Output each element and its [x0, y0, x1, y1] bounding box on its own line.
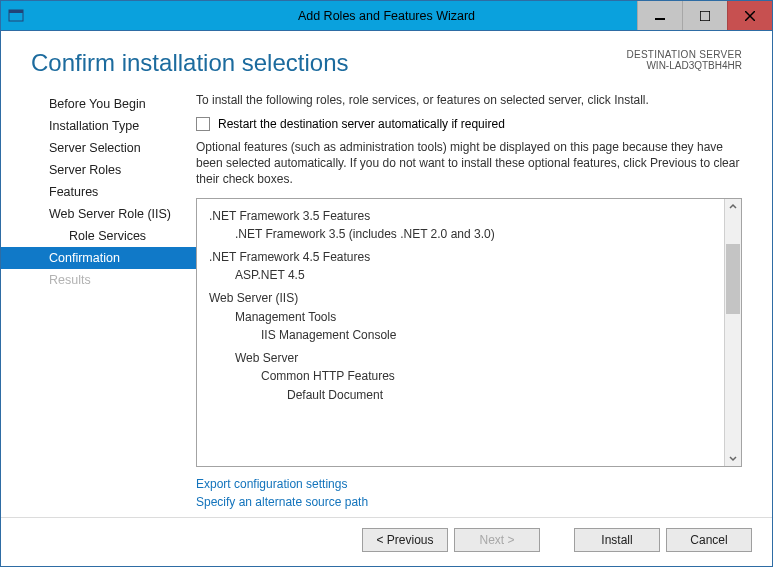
- tree-item-net35[interactable]: .NET Framework 3.5 (includes .NET 2.0 an…: [205, 225, 724, 244]
- sidebar-item-results: Results: [1, 269, 196, 291]
- tree-item-iis-console[interactable]: IIS Management Console: [205, 326, 724, 345]
- chevron-down-icon: [729, 454, 737, 462]
- sidebar-item-before-you-begin[interactable]: Before You Begin: [1, 93, 196, 115]
- tree-group-net45[interactable]: .NET Framework 4.5 Features: [205, 248, 724, 267]
- scroll-track[interactable]: [725, 216, 741, 449]
- sidebar-item-installation-type[interactable]: Installation Type: [1, 115, 196, 137]
- main-panel: To install the following roles, role ser…: [196, 87, 742, 517]
- window-controls: [637, 1, 772, 30]
- install-button[interactable]: Install: [574, 528, 660, 552]
- header-row: Confirm installation selections DESTINAT…: [1, 31, 772, 87]
- restart-checkbox[interactable]: [196, 117, 210, 131]
- maximize-icon: [700, 11, 710, 21]
- destination-server-label: DESTINATION SERVER: [626, 49, 742, 60]
- maximize-button[interactable]: [682, 1, 727, 30]
- tree-group-web-server[interactable]: Web Server: [205, 349, 724, 368]
- destination-server: DESTINATION SERVER WIN-LAD3QTBH4HR: [626, 49, 742, 71]
- svg-rect-2: [655, 18, 665, 20]
- alternate-source-path-link[interactable]: Specify an alternate source path: [196, 493, 742, 511]
- wizard-window: Add Roles and Features Wizard Confirm in…: [0, 0, 773, 567]
- tree-item-aspnet45[interactable]: ASP.NET 4.5: [205, 266, 724, 285]
- optional-features-note: Optional features (such as administratio…: [196, 139, 742, 188]
- close-icon: [745, 11, 755, 21]
- content-area: Confirm installation selections DESTINAT…: [1, 31, 772, 566]
- sidebar-item-web-server-role[interactable]: Web Server Role (IIS): [1, 203, 196, 225]
- close-button[interactable]: [727, 1, 772, 30]
- tree-item-default-document[interactable]: Default Document: [205, 386, 724, 405]
- selections-list: .NET Framework 3.5 Features .NET Framewo…: [197, 199, 724, 466]
- sidebar-item-confirmation[interactable]: Confirmation: [1, 247, 196, 269]
- restart-checkbox-label: Restart the destination server automatic…: [218, 117, 505, 131]
- sidebar-item-role-services[interactable]: Role Services: [1, 225, 196, 247]
- next-button: Next >: [454, 528, 540, 552]
- destination-server-value: WIN-LAD3QTBH4HR: [626, 60, 742, 71]
- chevron-up-icon: [729, 203, 737, 211]
- previous-button[interactable]: < Previous: [362, 528, 448, 552]
- wizard-steps-nav: Before You Begin Installation Type Serve…: [1, 87, 196, 517]
- title-bar: Add Roles and Features Wizard: [1, 1, 772, 31]
- cancel-button[interactable]: Cancel: [666, 528, 752, 552]
- restart-checkbox-row: Restart the destination server automatic…: [196, 117, 742, 131]
- tree-group-web-server-iis[interactable]: Web Server (IIS): [205, 289, 724, 308]
- tree-group-net35[interactable]: .NET Framework 3.5 Features: [205, 207, 724, 226]
- svg-rect-1: [9, 10, 23, 13]
- sidebar-item-server-roles[interactable]: Server Roles: [1, 159, 196, 181]
- app-icon: [1, 8, 31, 24]
- minimize-icon: [655, 11, 665, 21]
- scroll-down-button[interactable]: [725, 449, 741, 466]
- export-configuration-link[interactable]: Export configuration settings: [196, 475, 742, 493]
- tree-group-common-http[interactable]: Common HTTP Features: [205, 367, 724, 386]
- footer-buttons: < Previous Next > Install Cancel: [1, 517, 772, 566]
- sidebar-item-features[interactable]: Features: [1, 181, 196, 203]
- tree-group-mgmt-tools[interactable]: Management Tools: [205, 308, 724, 327]
- minimize-button[interactable]: [637, 1, 682, 30]
- body-row: Before You Begin Installation Type Serve…: [1, 87, 772, 517]
- selections-listbox: .NET Framework 3.5 Features .NET Framewo…: [196, 198, 742, 467]
- sidebar-item-server-selection[interactable]: Server Selection: [1, 137, 196, 159]
- scroll-up-button[interactable]: [725, 199, 741, 216]
- instruction-text: To install the following roles, role ser…: [196, 93, 742, 107]
- page-title: Confirm installation selections: [31, 49, 626, 77]
- svg-rect-3: [700, 11, 710, 21]
- links-area: Export configuration settings Specify an…: [196, 467, 742, 517]
- scroll-thumb[interactable]: [726, 244, 740, 314]
- scrollbar[interactable]: [724, 199, 741, 466]
